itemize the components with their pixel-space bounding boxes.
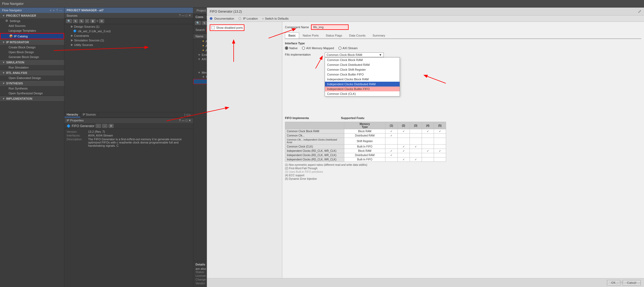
show-disabled-ports-label: Show disabled ports (216, 26, 243, 29)
star-icon-2: ✦ (202, 44, 204, 48)
nav-item-open-elaborated-design[interactable]: Open Elaborated Design (0, 76, 64, 80)
nav-item-run-synthesis[interactable]: Run Synthesis (0, 86, 64, 91)
nav-section-title-simulation[interactable]: ▼ SIMULATION (0, 60, 64, 65)
ip-props-help[interactable]: ? (179, 119, 180, 122)
dropdown-item-common-clock-block-ram[interactable]: Common Clock Block RAM (325, 58, 400, 62)
ip-props-min[interactable]: — (182, 119, 184, 122)
nav-section-title-ip-integrator[interactable]: ▼ IP INTEGRATOR (0, 40, 64, 45)
component-name-input[interactable] (311, 24, 349, 30)
nav-section-title-project-manager[interactable]: ▼ PROJECT MANAGER (0, 13, 64, 18)
td-label-2: Common Clk... Independent Clocks Distrib… (285, 138, 344, 145)
td-1-6 (385, 157, 397, 162)
td-label-5: Independent Clocks (RD_CLK, WR_CLK) (285, 153, 344, 157)
td-4-2 (422, 138, 434, 145)
radio-native[interactable]: Native (285, 46, 298, 50)
fifo-gen-maximize[interactable]: ⤢ (638, 9, 641, 14)
sources-settings-btn[interactable]: ⚙ (99, 19, 104, 23)
clk-wiz-icon: 🔷 (73, 29, 77, 33)
sources-del-btn[interactable]: 🗑 (90, 19, 96, 23)
run-syn-label: Run Synthesis (9, 87, 28, 90)
radio-axi-stream[interactable]: AXI Stream (338, 46, 358, 50)
nav-icon-3[interactable]: ? (56, 9, 58, 12)
tree-clk-wiz[interactable]: 🔷 clk_wiz_0 (clk_wiz_0.xci) (64, 29, 193, 33)
sources-expand-btn[interactable]: ⇅ (73, 19, 78, 23)
ip-props-fwd-btn[interactable]: → (102, 124, 107, 128)
th-1: (1) (385, 122, 397, 129)
sources-toolbar: 🔍 ⇅ ⇅ + 🗑 0 ⚙ (64, 18, 193, 24)
sources-help-icon[interactable]: ? (179, 14, 180, 17)
tree-sim-sources[interactable]: ▶ Simulation Sources (1) (64, 38, 193, 42)
nav-icon-4[interactable]: — (59, 9, 62, 12)
tab-status-flags[interactable]: Status Flags (322, 33, 346, 38)
nav-section-title-synthesis[interactable]: ▼ SYNTHESIS (0, 81, 64, 86)
nav-section-title-implementation[interactable]: ▼ IMPLEMENTATION (0, 96, 64, 101)
switch-defaults[interactable]: ○ Switch to Defaults (262, 17, 289, 20)
nav-item-add-sources[interactable]: Add Sources (0, 23, 64, 28)
interface-type-radios: Native AXI Memory Mapped AXI Stream (285, 46, 641, 50)
nav-item-run-simulation[interactable]: Run Simulation (0, 65, 64, 70)
impl-arrow: ▼ (2, 97, 5, 100)
show-disabled-ports-checkbox[interactable]: □ (211, 26, 215, 29)
ip-props-settings-btn[interactable]: ⚙ (108, 124, 114, 128)
tree-utility-sources[interactable]: ▶ Utility Sources (64, 42, 193, 47)
nav-icon-1[interactable]: ≡ (50, 9, 52, 12)
catalog-search-btn[interactable]: 🔍 (195, 21, 201, 25)
nav-item-create-block-design[interactable]: Create Block Design (0, 45, 64, 50)
dropdown-item-common-clock-shift-register[interactable]: Common Clock Shift Register (325, 67, 400, 72)
tab-ip-sources[interactable]: IP Sources (81, 112, 98, 117)
tab-hierarchy[interactable]: Hierarchy (64, 112, 81, 117)
dropdown-item-indep-clocks-distributed-ram[interactable]: Independent Clocks Distributed RAM (325, 82, 400, 87)
dropdown-item-indep-clocks-builtin-fifo[interactable]: Independent Clocks Builtin FIFO (325, 87, 400, 91)
sources-tab-icons: | ◁ ▷ (182, 112, 193, 117)
td-5-2 (434, 138, 446, 145)
td-mem-6: Built-In FIFO (344, 157, 385, 162)
search-label: Search (196, 28, 205, 31)
create-bd-label: Create Block Design (9, 46, 35, 49)
tab-basic[interactable]: Basic (285, 33, 299, 38)
subtab-cores[interactable]: Cores (196, 15, 203, 19)
sources-min-icon[interactable]: — (182, 14, 184, 17)
dropdown-item-indep-clocks-block-ram[interactable]: Independent Clocks Block RAM (325, 77, 400, 82)
nav-item-generate-block-design[interactable]: Generate Block Design (0, 55, 64, 59)
fifo-impl-table: MemoryType (1) (2) (3) (4) (5) Common Cl… (285, 122, 446, 162)
dropdown-item-common-clock-builtin-fifo[interactable]: Common Clock Builtin FIFO (325, 72, 400, 77)
tab-data-counts[interactable]: Data Counts (346, 33, 369, 38)
dropdown-item-common-clock-distributed-ram[interactable]: Common Clock Distributed RAM (325, 62, 400, 67)
show-disabled-ports-wrap[interactable]: □ Show disabled ports (210, 24, 244, 31)
nav-item-settings[interactable]: ⚙ Settings (0, 18, 64, 23)
open-syn-label: Open Synthesized Design (9, 92, 43, 95)
nav-icon-2[interactable]: ≡ (53, 9, 55, 12)
tree-design-sources[interactable]: ▶ Design Sources (1) (64, 24, 193, 29)
top-bar-title: Flow Navigator (2, 2, 24, 6)
flow-nav-title: Flow Navigator (2, 9, 22, 12)
tree-constraints[interactable]: ▶ Constraints (64, 33, 193, 38)
sources-max-icon[interactable]: □ (186, 14, 187, 17)
nav-item-open-synthesized-design[interactable]: Open Synthesized Design (0, 91, 64, 96)
sources-close-icon[interactable]: ✕ (189, 14, 191, 17)
ip-props-description-row: Description: The FIFO Generator is a fir… (67, 138, 191, 147)
sources-add-btn[interactable]: + (85, 19, 89, 23)
tab-data-counts-label: Data Counts (349, 34, 366, 37)
dropdown-item-common-clock-clk[interactable]: Common Clock (CLK) (325, 91, 400, 96)
catalog-expand-btn[interactable]: ⇅ (202, 21, 207, 25)
tab-native-ports[interactable]: Native Ports (299, 33, 322, 38)
expand-icon-4: ▼ (202, 75, 205, 78)
fifo-impl-dropdown-btn[interactable]: Common Clock Block RAM ▼ (325, 52, 384, 57)
nav-item-open-block-design[interactable]: Open Block Design (0, 50, 64, 55)
ip-props-back-btn[interactable]: ← (96, 124, 101, 128)
td-3-0 (410, 129, 422, 134)
ip-props-max[interactable]: □ (186, 119, 187, 122)
sources-search-btn[interactable]: 🔍 (66, 19, 72, 23)
description-value: The FIFO Generator is a first-in/first-o… (88, 138, 191, 147)
radio-axi-mem[interactable]: AXI Memory Mapped (302, 46, 334, 50)
sources-collapse-btn[interactable]: ⇅ (79, 19, 84, 23)
td-5-4: ✓ (434, 149, 446, 153)
dropdown-chevron: ▼ (379, 53, 382, 56)
sources-panel: Sources ? — □ ✕ 🔍 ⇅ ⇅ + 🗑 0 ⚙ (64, 13, 193, 118)
tab-summary[interactable]: Summary (369, 33, 389, 38)
nav-item-ip-catalog[interactable]: 📦 IP Catalog (0, 33, 64, 39)
nav-section-title-rtl-analysis[interactable]: ▼ RTL ANALYSIS (0, 70, 64, 76)
ip-props-close[interactable]: ✕ (189, 119, 191, 122)
nav-item-language-templates[interactable]: Language Templates (0, 28, 64, 33)
table-row-common-clock-dist: Common Clk... Distributed RAM ✓ (285, 134, 446, 138)
